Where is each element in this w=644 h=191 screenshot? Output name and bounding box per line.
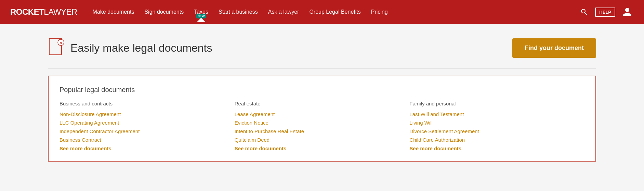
help-button[interactable]: HELP	[595, 8, 615, 17]
popular-docs-title: Popular legal documents	[60, 86, 584, 94]
logo-bold: ROCKET	[10, 7, 44, 17]
link-child-care[interactable]: Child Care Authorization	[409, 137, 578, 143]
link-intent-purchase[interactable]: Intent to Purchase Real Estate	[235, 128, 403, 134]
link-business-contract[interactable]: Business Contract	[60, 137, 228, 143]
search-button[interactable]	[579, 7, 590, 17]
link-see-more-family[interactable]: See more documents	[409, 145, 578, 151]
category-family: Family and personal	[409, 101, 578, 106]
nav-sign-documents[interactable]: Sign documents	[140, 6, 188, 18]
nav-taxes[interactable]: Taxes NEW	[190, 6, 212, 18]
logo-dot: .	[77, 10, 78, 14]
logo-light: LAWYER	[44, 7, 77, 17]
logo[interactable]: ROCKETLAWYER.	[10, 7, 78, 17]
main-content: R Easily make legal documents Find your …	[0, 24, 644, 175]
link-quitclaim-deed[interactable]: Quitclaim Deed	[235, 137, 403, 143]
user-account-button[interactable]	[621, 5, 634, 18]
header-icons: HELP	[579, 5, 634, 18]
nav-start-a-business[interactable]: Start a business	[214, 6, 262, 18]
link-llc[interactable]: LLC Operating Agreement	[60, 120, 228, 126]
link-divorce-settlement[interactable]: Divorce Settlement Agreement	[409, 128, 578, 134]
main-nav: Make documents Sign documents Taxes NEW …	[89, 6, 579, 18]
link-living-will[interactable]: Living Will	[409, 120, 578, 126]
hero-section: R Easily make legal documents Find your …	[48, 31, 596, 65]
hero-left: R Easily make legal documents	[48, 38, 212, 58]
link-eviction-notice[interactable]: Eviction Notice	[235, 120, 403, 126]
doc-column-family: Family and personal Last Will and Testam…	[409, 101, 584, 151]
popular-docs-box: Popular legal documents Business and con…	[48, 76, 596, 162]
link-lease-agreement[interactable]: Lease Agreement	[235, 111, 403, 117]
link-see-more-realestate[interactable]: See more documents	[235, 145, 403, 151]
doc-column-business: Business and contracts Non-Disclosure Ag…	[60, 101, 235, 151]
category-real-estate: Real estate	[235, 101, 403, 106]
hero-title: Easily make legal documents	[70, 42, 212, 54]
category-business: Business and contracts	[60, 101, 228, 106]
nav-group-legal-benefits[interactable]: Group Legal Benefits	[305, 6, 365, 18]
section-divider	[48, 68, 596, 69]
document-icon-svg: R	[48, 38, 65, 58]
nav-make-documents[interactable]: Make documents	[89, 6, 139, 18]
link-contractor[interactable]: Independent Contractor Agreement	[60, 128, 228, 134]
search-icon	[580, 8, 588, 16]
find-document-button[interactable]: Find your document	[512, 38, 596, 58]
main-header: ROCKETLAWYER. Make documents Sign docume…	[0, 0, 644, 24]
doc-icon: R	[48, 38, 65, 58]
nav-pricing[interactable]: Pricing	[367, 6, 392, 18]
svg-text:R: R	[60, 41, 62, 44]
link-last-will[interactable]: Last Will and Testament	[409, 111, 578, 117]
link-see-more-business[interactable]: See more documents	[60, 145, 228, 151]
link-nda[interactable]: Non-Disclosure Agreement	[60, 111, 228, 117]
nav-ask-a-lawyer[interactable]: Ask a lawyer	[264, 6, 303, 18]
doc-columns: Business and contracts Non-Disclosure Ag…	[60, 101, 584, 151]
taxes-dropdown-arrow	[197, 18, 205, 22]
user-icon	[622, 7, 632, 17]
doc-column-real-estate: Real estate Lease Agreement Eviction Not…	[235, 101, 410, 151]
